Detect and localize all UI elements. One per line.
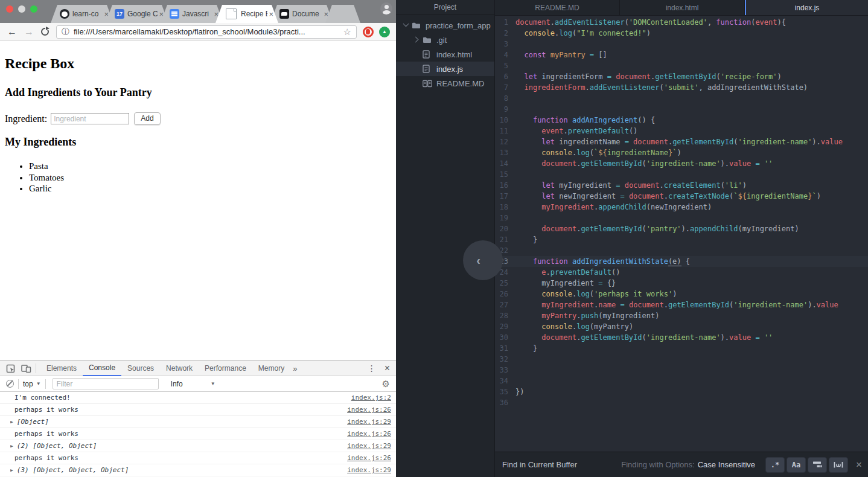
tree-item-index-js[interactable]: index.js [396,62,494,76]
tab-title: Docume [292,10,322,18]
code-editor-area[interactable]: 1document.addEventListener('DOMContentLo… [495,16,868,452]
context-selector[interactable]: top [23,380,33,388]
console-source-link[interactable]: index.js:26 [347,430,391,438]
devtools-tab-bar: ElementsConsoleSourcesNetworkPerformance… [0,361,396,376]
line-number: 5 [495,60,515,71]
console-source-link[interactable]: index.js:26 [347,406,391,414]
zoom-window-button[interactable] [30,5,37,13]
console-message: perhaps it works [14,454,78,462]
browser-tab-learn-co[interactable]: learn-co× [51,5,113,23]
console-source-link[interactable]: index.js:26 [347,454,391,462]
devtools-tab-sources[interactable]: Sources [121,361,160,376]
tab-close-icon[interactable]: × [269,10,273,19]
find-bar-close-icon[interactable]: × [856,459,862,471]
line-content: event.preventDefault() [515,126,868,136]
add-button[interactable]: Add [134,112,160,125]
ingredient-input[interactable] [51,113,129,124]
code-line: 18 myIngredient.appendChild(newIngredien… [495,202,868,213]
code-line: 14 document.getElementById('ingredient-n… [495,158,868,169]
devtools-close-icon[interactable]: × [385,363,390,374]
regex-toggle-button[interactable]: .* [765,457,785,473]
console-row[interactable]: ▶[Object]index.js:29 [0,416,396,428]
case-sensitivity-toggle-button[interactable]: Aa [787,457,806,473]
only-in-selection-toggle-button[interactable] [808,457,827,473]
console-source-link[interactable]: index.js:2 [351,394,391,402]
chevron-down-icon[interactable] [402,21,410,30]
devtools-tab-console[interactable]: Console [83,361,121,376]
browser-tab-docume[interactable]: Docume× [270,5,333,23]
devtools-menu-icon[interactable]: ⋮ [368,363,376,373]
line-number: 14 [495,158,515,169]
code-line: 10 function addAnIngredient() { [495,115,868,126]
extension-icon-green[interactable] [379,27,390,37]
file-tree: practice_form_app.gitindex.htmlindex.jsR… [396,14,494,91]
tab-title: Google C [127,10,158,18]
console-filter-input[interactable] [53,378,159,389]
console-source-link[interactable]: index.js:29 [347,442,391,450]
console-settings-gear-icon[interactable]: ⚙ [382,379,390,389]
console-row[interactable]: ▶perhaps it worksindex.js:26 [0,404,396,416]
browser-tab-recipe-b[interactable]: Recipe B× [215,5,278,23]
chevron-spacer [413,79,421,88]
chevron-right-icon[interactable] [413,36,421,44]
file-icon [423,65,433,73]
line-number: 36 [495,397,515,408]
ingredient-list-item: Tomatoes [29,172,391,184]
browser-toolbar: ← → ⓘ file:///Users/marcellamaki/Desktop… [0,23,396,41]
code-line: 35}) [495,386,868,397]
inspect-element-icon[interactable] [6,364,15,373]
address-bar[interactable]: ⓘ file:///Users/marcellamaki/Desktop/fla… [56,25,357,39]
editor-tab-index-html[interactable]: index.html [620,0,745,15]
page-info-icon[interactable]: ⓘ [62,27,69,37]
back-button[interactable]: ← [7,27,17,37]
console-row[interactable]: ▶perhaps it worksindex.js:26 [0,452,396,464]
devtools-tab-performance[interactable]: Performance [199,361,252,376]
whole-word-toggle-button[interactable] [829,457,848,473]
console-row[interactable]: ▶(3) [Object, Object, Object]index.js:29 [0,464,396,476]
console-source-link[interactable]: index.js:29 [347,466,391,474]
tree-item-git[interactable]: .git [396,33,494,47]
code-line: 36 [495,397,868,408]
editor-tab-bar: README.MDindex.htmlindex.js [495,0,868,16]
pane-collapse-handle[interactable]: ‹ [463,240,503,280]
browser-tab-google-c[interactable]: 17Google C× [106,5,168,23]
devtools-tab-network[interactable]: Network [160,361,199,376]
console-row[interactable]: ▶I'm connected!index.js:2 [0,392,396,404]
console-row[interactable]: ▶(2) [Object, Object]index.js:29 [0,440,396,452]
editor-tab-readme-md[interactable]: README.MD [495,0,620,15]
console-row[interactable]: ▶perhaps it worksindex.js:26 [0,428,396,440]
expand-triangle-icon[interactable]: ▶ [10,419,13,424]
log-level-selector[interactable]: Info [171,380,183,388]
console-source-link[interactable]: index.js:29 [347,418,391,426]
devtools-tab-elements[interactable]: Elements [40,361,83,376]
code-line: 1document.addEventListener('DOMContentLo… [495,17,868,28]
tree-item-index-html[interactable]: index.html [396,47,494,62]
refresh-button[interactable] [41,28,49,36]
line-number: 26 [495,289,515,299]
divider [45,379,46,389]
editor-tab-index-js[interactable]: index.js [745,0,868,15]
line-number: 28 [495,310,515,321]
ingredient-label: Ingredient: [5,114,47,124]
forward-button[interactable]: → [24,27,34,37]
url-text[interactable]: file:///Users/marcellamaki/Desktop/flati… [74,27,340,36]
expand-triangle-icon[interactable]: ▶ [10,467,13,472]
device-toolbar-icon[interactable] [21,364,31,373]
profile-avatar-icon[interactable] [380,2,392,14]
minimize-window-button[interactable] [18,5,25,13]
tree-item-readme-md[interactable]: README.MD [396,76,494,91]
tree-item-label: index.js [436,65,463,74]
more-tabs-icon[interactable]: » [293,364,297,373]
line-number: 25 [495,278,515,289]
browser-tab-javascri[interactable]: Javascri× [161,5,223,23]
extension-icon-red[interactable] [363,27,374,37]
bookmark-star-icon[interactable]: ☆ [343,27,351,37]
line-content [515,169,868,180]
close-window-button[interactable] [6,5,13,13]
expand-triangle-icon[interactable]: ▶ [10,443,13,448]
devtools-tab-memory[interactable]: Memory [252,361,290,376]
code-line: 30 document.getElementById('ingredient-n… [495,332,868,343]
clear-console-icon[interactable] [6,380,14,388]
tree-item-practice-form-app[interactable]: practice_form_app [396,18,494,33]
line-content: document.getElementById('ingredient-name… [515,332,868,343]
